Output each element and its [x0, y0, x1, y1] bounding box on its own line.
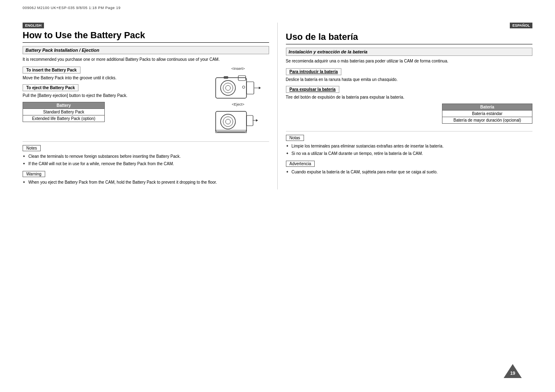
svg-point-3	[226, 85, 230, 90]
insert-section: To insert the Battery Pack Move the Batt…	[23, 67, 203, 81]
two-column-layout: ENGLISH How to Use the Battery Pack Batt…	[23, 23, 532, 189]
es-battery-section: Batería Batería estándar Batería de mayo…	[286, 104, 533, 128]
eject-text: Pull the [Battery ejection] button to ej…	[23, 93, 203, 99]
warning-label: Warning	[23, 171, 45, 177]
svg-rect-4	[238, 76, 246, 81]
file-info: 00906J M2100 UK+ESP-035 9/8/05 1:18 PM P…	[23, 6, 120, 10]
svg-point-2	[223, 83, 233, 93]
es-insert-text: Deslice la batería en la ranura hasta qu…	[286, 77, 533, 83]
svg-point-12	[223, 117, 233, 127]
advertencia-item-1: Cuando expulse la batería de la CAM, suj…	[286, 169, 533, 175]
es-insert-header: Para introducir la batería	[286, 68, 342, 75]
espanol-badge: ESPAÑOL	[510, 23, 532, 28]
battery-table: Battery Standard Battery Pack Extended l…	[23, 102, 105, 122]
svg-marker-7	[259, 87, 261, 89]
svg-point-13	[226, 119, 230, 124]
espanol-section-header: Instalación y extracción de la batería	[286, 48, 533, 56]
svg-point-1	[221, 81, 235, 95]
nota-item-2: Si no va a utilizar la CAM durante un ti…	[286, 151, 533, 157]
advertencia-label: Advertencia	[286, 161, 315, 167]
camera-diagrams: <Insert>	[207, 67, 269, 138]
english-column: ENGLISH How to Use the Battery Pack Batt…	[23, 23, 278, 189]
battery-table-header: Battery	[23, 102, 104, 108]
eject-label: <Eject>	[232, 102, 244, 106]
english-intro-text: It is recommended you purchase one or mo…	[23, 57, 269, 62]
svg-rect-9	[224, 76, 228, 78]
insert-eject-container: To insert the Battery Pack Move the Batt…	[23, 67, 269, 138]
es-divider-notes	[286, 131, 533, 131]
page-number-area: 19	[504, 363, 522, 380]
espanol-intro-text: Se recomienda adquirir una o más batería…	[286, 58, 533, 64]
espanol-title: Uso de la batería	[286, 32, 533, 44]
notas-label: Notas	[286, 135, 304, 141]
notes-list: Clean the terminals to remove foreign su…	[23, 154, 269, 167]
notas-list: Limpie los terminales para eliminar sust…	[286, 143, 533, 157]
es-eject-header: Para expulsar la batería	[286, 86, 339, 93]
warning-section: Warning When you eject the Battery Pack …	[23, 171, 269, 185]
insert-header: To insert the Battery Pack	[23, 67, 81, 74]
es-battery-row-1: Batería estándar	[442, 110, 532, 117]
insert-camera-diagram	[212, 71, 265, 102]
espanol-badge-row: ESPAÑOL	[286, 23, 533, 30]
svg-point-8	[242, 86, 245, 88]
svg-rect-5	[246, 82, 254, 94]
nota-item-1: Limpie los terminales para eliminar sust…	[286, 143, 533, 149]
svg-rect-17	[216, 130, 246, 133]
english-title: How to Use the Battery Pack	[23, 30, 269, 43]
english-badge: ENGLISH	[23, 23, 44, 28]
svg-rect-14	[246, 115, 253, 126]
es-battery-table: Batería Batería estándar Batería de mayo…	[442, 104, 532, 124]
main-content: ENGLISH How to Use the Battery Pack Batt…	[23, 23, 532, 369]
svg-point-11	[221, 114, 235, 129]
divider-notes	[23, 141, 269, 142]
espanol-column: ESPAÑOL Uso de la batería Instalación y …	[278, 23, 533, 189]
text-instructions: To insert the Battery Pack Move the Batt…	[23, 67, 203, 138]
notas-section: Notas Limpie los terminales para elimina…	[286, 135, 533, 157]
insert-label: <Insert>	[231, 67, 245, 71]
eject-camera-diagram	[212, 107, 265, 138]
insert-text: Move the Battery Pack into the groove un…	[23, 75, 203, 81]
es-battery-row-2: Batería de mayor duración (opcional)	[442, 117, 532, 123]
advertencia-section: Advertencia Cuando expulse la batería de…	[286, 161, 533, 175]
eject-header: To eject the Battery Pack	[23, 84, 78, 91]
warning-item-1: When you eject the Battery Pack from the…	[23, 180, 269, 185]
es-battery-table-header: Batería	[442, 104, 532, 110]
es-eject-section: Para expulsar la batería Tire del botón …	[286, 86, 533, 100]
advertencia-list: Cuando expulse la batería de la CAM, suj…	[286, 169, 533, 175]
warning-list: When you eject the Battery Pack from the…	[23, 180, 269, 185]
notes-label: Notes	[23, 145, 41, 151]
page-number-text: 19	[510, 371, 515, 376]
es-insert-section: Para introducir la batería Deslice la ba…	[286, 68, 533, 83]
svg-marker-16	[256, 119, 258, 122]
english-section-header: Battery Pack Installation / Ejection	[23, 46, 269, 54]
es-eject-text: Tire del botón de expulsión de la baterí…	[286, 95, 533, 100]
battery-row-2: Extended life Battery Pack (option)	[23, 115, 104, 122]
page-container: 00906J M2100 UK+ESP-035 9/8/05 1:18 PM P…	[0, 0, 555, 392]
note-item-1: Clean the terminals to remove foreign su…	[23, 154, 269, 159]
notes-section: Notes Clean the terminals to remove fore…	[23, 145, 269, 167]
battery-row-1: Standard Battery Pack	[23, 108, 104, 115]
page-number-triangle-icon: 19	[504, 363, 522, 379]
eject-section: To eject the Battery Pack Pull the [Batt…	[23, 84, 203, 99]
note-item-2: If the CAM will not be in use for a whil…	[23, 161, 269, 167]
